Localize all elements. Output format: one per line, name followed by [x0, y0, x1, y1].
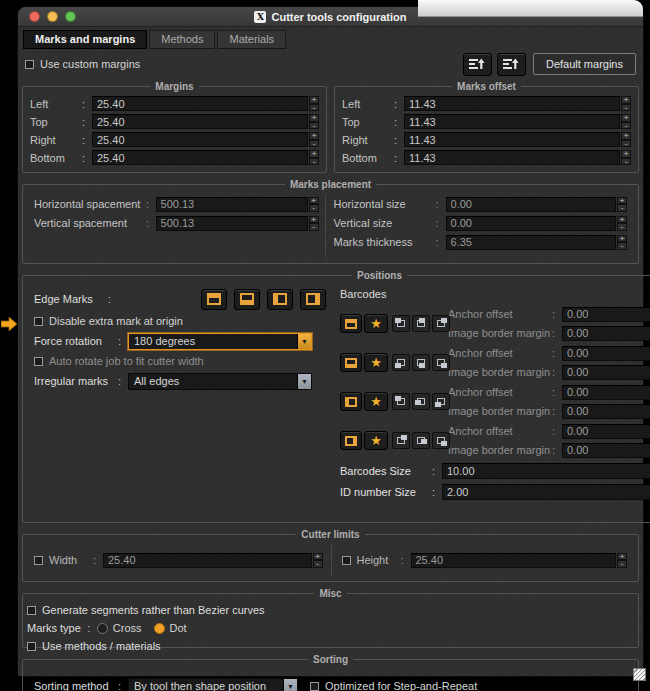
optimized-step-repeat-checkbox[interactable]	[310, 682, 319, 691]
irregular-marks-dropdown[interactable]: All edges	[128, 373, 312, 390]
spinner[interactable]	[309, 150, 319, 165]
spin-down-button[interactable]	[621, 158, 631, 166]
spinner[interactable]	[309, 197, 319, 212]
image-border-margin-top-field[interactable]	[562, 326, 650, 341]
horizontal-size-field[interactable]	[446, 197, 616, 212]
spin-down-button[interactable]	[309, 158, 319, 166]
margin-left-field[interactable]	[92, 96, 308, 111]
generate-segments-checkbox[interactable]	[27, 606, 36, 615]
barcode-anchor-right-center-button[interactable]	[412, 432, 430, 449]
spinner[interactable]	[617, 216, 627, 231]
spinner[interactable]	[309, 114, 319, 129]
barcode-anchor-bottom-center-button[interactable]	[412, 354, 430, 371]
spinner[interactable]	[309, 216, 319, 231]
barcode-star-top-button[interactable]	[364, 314, 388, 333]
spin-up-button[interactable]	[309, 197, 319, 205]
spinner[interactable]	[309, 96, 319, 111]
spin-down-button[interactable]	[621, 122, 631, 130]
save-margins-preset-button[interactable]	[497, 53, 526, 76]
barcode-anchor-right-bottom-button[interactable]	[432, 432, 450, 449]
spin-up-button[interactable]	[621, 132, 631, 140]
barcode-anchor-left-center-button[interactable]	[412, 393, 430, 410]
horizontal-spacement-field[interactable]	[156, 197, 308, 212]
barcode-edge-right-button[interactable]	[340, 431, 362, 450]
disable-extra-mark-checkbox[interactable]	[34, 317, 43, 326]
barcode-anchor-top-center-button[interactable]	[412, 315, 430, 332]
marks-thickness-field[interactable]	[446, 235, 616, 250]
margin-right-field[interactable]	[92, 132, 308, 147]
minimize-button[interactable]	[47, 11, 58, 22]
use-methods-checkbox[interactable]	[27, 642, 36, 651]
zoom-button[interactable]	[65, 11, 76, 22]
marks-type-cross-radio[interactable]	[97, 623, 108, 634]
spin-up-button[interactable]	[309, 96, 319, 104]
height-limit-checkbox[interactable]	[342, 556, 351, 565]
spinner[interactable]	[621, 96, 631, 111]
barcode-anchor-bottom-left-button[interactable]	[392, 354, 410, 371]
dropdown-arrow-icon[interactable]	[297, 334, 311, 349]
margin-bottom-field[interactable]	[92, 150, 308, 165]
vertical-spacement-field[interactable]	[156, 216, 308, 231]
spin-up-button[interactable]	[617, 216, 627, 224]
spin-up-button[interactable]	[621, 114, 631, 122]
offset-left-field[interactable]	[404, 96, 620, 111]
spin-up-button[interactable]	[617, 197, 627, 205]
margin-top-field[interactable]	[92, 114, 308, 129]
barcode-edge-top-button[interactable]	[340, 314, 362, 333]
spin-down-button[interactable]	[617, 242, 627, 250]
force-rotation-dropdown[interactable]: 180 degrees	[128, 333, 312, 350]
spinner[interactable]	[617, 553, 627, 568]
spinner[interactable]	[621, 114, 631, 129]
spin-up-button[interactable]	[309, 132, 319, 140]
spinner[interactable]	[621, 150, 631, 165]
spin-down-button[interactable]	[617, 223, 627, 231]
barcode-anchor-left-bottom-button[interactable]	[432, 393, 450, 410]
spin-down-button[interactable]	[309, 204, 319, 212]
resize-grip[interactable]	[633, 668, 646, 681]
use-custom-margins-checkbox[interactable]	[25, 60, 34, 69]
spin-up-button[interactable]	[309, 114, 319, 122]
barcodes-size-field[interactable]	[442, 463, 650, 479]
anchor-offset-right-field[interactable]	[562, 424, 650, 439]
edge-mark-left-button[interactable]	[267, 289, 293, 310]
spin-down-button[interactable]	[313, 560, 323, 568]
spin-up-button[interactable]	[617, 553, 627, 561]
barcode-star-right-button[interactable]	[364, 431, 388, 450]
dropdown-arrow-icon[interactable]	[283, 679, 297, 691]
default-margins-button[interactable]: Default margins	[533, 53, 636, 75]
height-limit-field[interactable]	[411, 553, 617, 568]
auto-rotate-checkbox[interactable]	[34, 357, 43, 366]
tab-marks-and-margins[interactable]: Marks and margins	[23, 30, 147, 49]
marks-type-dot-radio[interactable]	[154, 623, 165, 634]
barcode-edge-left-button[interactable]	[340, 392, 362, 411]
tab-methods[interactable]: Methods	[149, 30, 215, 49]
vertical-size-field[interactable]	[446, 216, 616, 231]
spinner[interactable]	[313, 553, 323, 568]
offset-top-field[interactable]	[404, 114, 620, 129]
barcode-anchor-top-left-button[interactable]	[392, 315, 410, 332]
id-number-size-field[interactable]	[442, 484, 650, 500]
spinner[interactable]	[617, 197, 627, 212]
barcode-anchor-right-top-button[interactable]	[392, 432, 410, 449]
spinner[interactable]	[309, 132, 319, 147]
barcode-anchor-left-top-button[interactable]	[392, 393, 410, 410]
width-limit-field[interactable]	[103, 553, 312, 568]
tab-materials[interactable]: Materials	[217, 30, 286, 49]
anchor-offset-bottom-field[interactable]	[562, 346, 650, 361]
offset-bottom-field[interactable]	[404, 150, 620, 165]
spin-down-button[interactable]	[621, 140, 631, 148]
spin-down-button[interactable]	[309, 140, 319, 148]
image-border-margin-bottom-field[interactable]	[562, 365, 650, 380]
edge-mark-top-button[interactable]	[201, 289, 227, 310]
close-button[interactable]	[29, 11, 40, 22]
image-border-margin-left-field[interactable]	[562, 404, 650, 419]
barcode-edge-bottom-button[interactable]	[340, 353, 362, 372]
sorting-method-dropdown[interactable]: By tool then shape position	[128, 678, 298, 691]
spin-down-button[interactable]	[309, 223, 319, 231]
spin-up-button[interactable]	[309, 216, 319, 224]
barcode-anchor-top-right-button[interactable]	[432, 315, 450, 332]
spin-down-button[interactable]	[621, 104, 631, 112]
width-limit-checkbox[interactable]	[34, 556, 43, 565]
spin-down-button[interactable]	[309, 122, 319, 130]
spin-up-button[interactable]	[313, 553, 323, 561]
